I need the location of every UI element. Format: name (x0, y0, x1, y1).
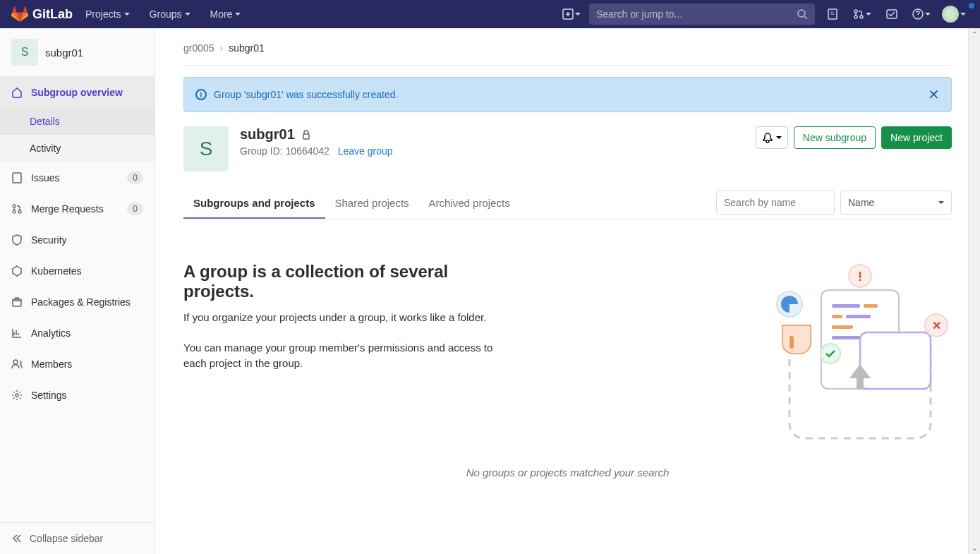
group-avatar: S (183, 126, 229, 171)
svg-text:✕: ✕ (932, 320, 941, 332)
bell-icon (762, 132, 773, 143)
nav-help-dropdown[interactable] (909, 4, 933, 24)
alert-close-button[interactable]: ✕ (928, 88, 940, 102)
scroll-up-button[interactable]: ⌃ (969, 28, 980, 40)
sidebar-item-kubernetes[interactable]: Kubernetes (0, 255, 155, 287)
svg-point-4 (854, 16, 857, 18)
svg-point-15 (16, 394, 18, 397)
top-navbar: GitLab Projects Groups More (0, 0, 980, 28)
search-input[interactable] (596, 8, 797, 20)
gitlab-logo[interactable]: GitLab (11, 6, 73, 23)
sidebar-item-merge-requests[interactable]: Merge Requests 0 (0, 193, 155, 224)
sidebar-sub-activity[interactable]: Activity (0, 135, 155, 162)
package-icon (11, 296, 23, 308)
nav-more[interactable]: More (203, 0, 248, 28)
sidebar-group-name: subgr01 (45, 47, 83, 59)
svg-rect-19 (832, 304, 860, 308)
user-avatar (942, 6, 959, 23)
breadcrumb-parent[interactable]: gr0005 (183, 42, 214, 54)
tab-archived-projects[interactable]: Archived projects (419, 188, 520, 219)
empty-paragraph-1: If you organize your projects under a gr… (183, 310, 508, 326)
issues-icon (11, 172, 23, 183)
nav-todos-icon[interactable] (880, 4, 904, 24)
sidebar-item-label: Members (31, 359, 72, 370)
svg-point-32 (821, 344, 840, 363)
chevron-down-icon (938, 201, 944, 204)
group-id: Group ID: 10664042 (240, 145, 329, 157)
leave-group-link[interactable]: Leave group (338, 145, 393, 157)
svg-rect-21 (832, 315, 842, 318)
kubernetes-icon (11, 265, 23, 277)
sidebar-item-label: Security (31, 234, 67, 246)
nav-projects[interactable]: Projects (78, 0, 137, 28)
global-search[interactable] (589, 4, 815, 25)
gear-icon (11, 390, 23, 401)
nav-plus-dropdown[interactable] (559, 4, 583, 24)
group-avatar-small: S (11, 39, 38, 66)
new-project-button[interactable]: New project (881, 126, 952, 149)
sidebar-item-analytics[interactable]: Analytics (0, 318, 155, 349)
alert-text: Group 'subgr01' was successfully created… (214, 89, 398, 100)
svg-point-1 (798, 10, 805, 17)
collapse-label: Collapse sidebar (30, 533, 103, 544)
sidebar-item-label: Merge Requests (31, 203, 104, 215)
nav-user-dropdown[interactable] (939, 4, 969, 24)
collapse-icon (11, 533, 23, 544)
svg-rect-23 (832, 325, 853, 329)
breadcrumb-separator: › (220, 42, 224, 54)
tab-shared-projects[interactable]: Shared projects (325, 188, 419, 219)
svg-rect-8 (13, 173, 21, 183)
sidebar-item-overview[interactable]: Subgroup overview (0, 77, 155, 108)
svg-point-10 (13, 210, 16, 213)
chevron-down-icon (185, 13, 190, 16)
nav-merge-requests-icon[interactable] (850, 4, 874, 24)
empty-heading: A group is a collection of several proje… (183, 262, 508, 301)
empty-paragraph-2: You can manage your group member's permi… (183, 340, 508, 372)
empty-state: A group is a collection of several proje… (183, 262, 952, 445)
empty-illustration: ! ✕ (768, 262, 952, 445)
nav-issues-icon[interactable] (821, 4, 845, 24)
sidebar-item-members[interactable]: Members (0, 349, 155, 380)
issues-count-badge: 0 (127, 171, 143, 184)
sidebar-item-security[interactable]: Security (0, 224, 155, 255)
nav-groups[interactable]: Groups (143, 0, 198, 28)
scrollbar[interactable]: ⌃ ⌄ (968, 28, 980, 554)
chevron-down-icon (960, 13, 966, 16)
svg-rect-20 (864, 304, 878, 308)
mr-count-badge: 0 (127, 203, 143, 215)
sidebar-context[interactable]: S subgr01 (0, 28, 155, 76)
sidebar-item-label: Settings (31, 390, 67, 401)
svg-rect-16 (303, 134, 309, 139)
sidebar-item-packages[interactable]: Packages & Registries (0, 287, 155, 318)
scroll-down-button[interactable]: ⌄ (969, 542, 980, 554)
search-icon (797, 8, 808, 20)
sidebar-sub-details[interactable]: Details (0, 108, 155, 135)
sidebar-item-label: Subgroup overview (31, 87, 123, 98)
tab-subgroups-projects[interactable]: Subgroups and projects (183, 188, 325, 219)
svg-point-9 (13, 205, 16, 207)
search-by-name-input[interactable] (716, 191, 835, 215)
no-results-text: No groups or projects matched your searc… (183, 466, 952, 478)
chevron-down-icon (866, 13, 871, 16)
plus-box-icon (562, 8, 574, 20)
main-content: gr0005 › subgr01 i Group 'subgr01' was s… (155, 28, 980, 554)
svg-rect-17 (790, 336, 794, 349)
sort-dropdown[interactable]: Name (840, 191, 952, 215)
tanuki-icon (11, 6, 28, 23)
sidebar-item-settings[interactable]: Settings (0, 380, 155, 411)
svg-rect-22 (846, 315, 871, 318)
chevron-down-icon (235, 13, 241, 16)
chevron-down-icon (776, 136, 782, 139)
svg-point-5 (860, 16, 863, 18)
sidebar-item-label: Kubernetes (31, 265, 82, 277)
left-sidebar: S subgr01 Subgroup overview Details Acti… (0, 28, 155, 554)
chevron-down-icon (124, 13, 130, 16)
svg-rect-24 (832, 336, 864, 339)
collapse-sidebar-button[interactable]: Collapse sidebar (0, 523, 155, 554)
group-name: subgr01 (240, 126, 295, 143)
sidebar-item-issues[interactable]: Issues 0 (0, 162, 155, 193)
sidebar-item-label: Analytics (31, 327, 71, 339)
notification-dropdown[interactable] (756, 126, 788, 149)
new-subgroup-button[interactable]: New subgroup (794, 126, 876, 149)
chevron-down-icon (925, 13, 931, 16)
